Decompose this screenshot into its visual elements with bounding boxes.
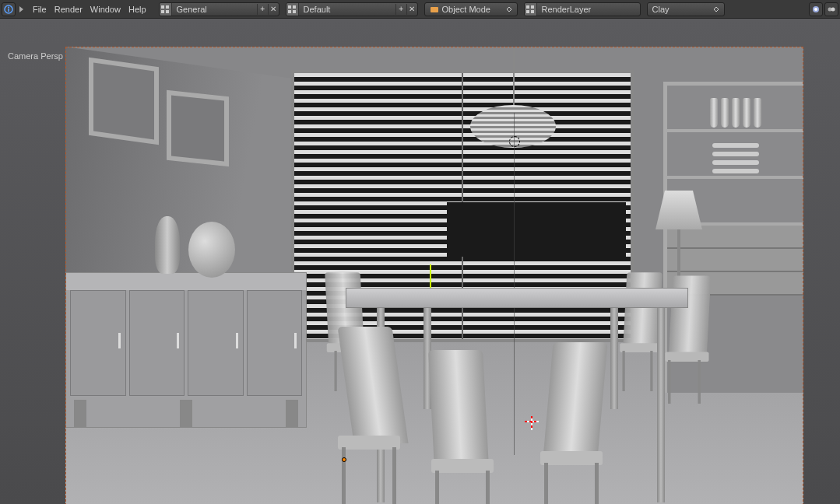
svg-rect-15 [531,10,534,13]
header-extra-icon[interactable] [824,2,838,16]
svg-rect-5 [161,10,164,13]
table-leg [610,308,618,409]
svg-rect-11 [431,7,438,12]
svg-rect-13 [531,5,534,9]
menu-label: Help [128,5,146,14]
table-leg [657,308,665,502]
layout-name: General [172,5,257,14]
render-engine-icon[interactable] [809,2,823,16]
scene-browse-icon[interactable] [286,3,299,16]
material-label: Clay [652,5,670,14]
table-lamp [655,191,702,284]
scene-render [65,47,803,504]
lamp-empty-icon [509,136,520,147]
3d-cursor-icon [525,416,539,430]
3d-viewport[interactable]: Camera Persp [0,19,840,504]
menu-window[interactable]: Window [87,2,124,16]
svg-rect-4 [166,5,169,9]
menu-label: File [33,5,47,14]
svg-rect-7 [288,5,291,9]
pendant-cord [513,47,515,107]
renderlayer-dropdown[interactable]: RenderLayer [524,2,641,16]
layout-remove-button[interactable]: ✕ [268,4,279,15]
picture-frame [89,58,159,145]
scene-name: Default [299,5,395,14]
top-menu-bar: File Render Window Help General + ✕ Defa… [0,0,840,19]
svg-point-1 [8,6,9,8]
dining-table [346,288,688,308]
menu-help[interactable]: Help [125,2,149,16]
vase-object [155,216,180,274]
layout-add-button[interactable]: + [257,4,268,15]
picture-frame [167,90,229,166]
mode-label: Object Mode [442,5,490,14]
svg-rect-3 [161,5,164,9]
layout-browse-icon[interactable] [160,3,172,16]
sideboard-cabinet [65,272,307,428]
scene-dropdown[interactable]: Default + ✕ [286,2,418,16]
renderlayer-name: RenderLayer [537,5,640,14]
svg-point-19 [831,7,835,11]
svg-rect-10 [293,10,296,13]
material-override-dropdown[interactable]: Clay [647,2,725,16]
renderlayer-browse-icon[interactable] [525,3,537,16]
guide-line [514,113,515,455]
vase-object [188,222,235,278]
svg-rect-2 [8,9,9,12]
svg-rect-12 [526,5,529,9]
view-perspective-label: Camera Persp [8,51,63,61]
scene-add-button[interactable]: + [395,4,406,15]
chair-object [330,327,400,504]
panel-drag-icon[interactable] [19,5,26,14]
chair-object [532,342,603,504]
svg-point-17 [814,8,817,11]
svg-rect-9 [288,10,291,13]
mode-dropdown[interactable]: Object Mode [424,2,518,16]
object-origin-icon [342,457,346,462]
window-opening [447,202,626,257]
svg-rect-6 [166,10,169,13]
svg-rect-8 [293,5,296,9]
chair-object [424,350,494,504]
svg-rect-14 [526,10,529,13]
menu-file[interactable]: File [30,2,50,16]
menu-render[interactable]: Render [51,2,86,16]
menu-label: Window [90,5,121,14]
screen-layout-dropdown[interactable]: General + ✕ [159,2,279,16]
menu-label: Render [54,5,83,14]
scene-remove-button[interactable]: ✕ [406,4,417,15]
info-icon[interactable] [2,2,16,16]
